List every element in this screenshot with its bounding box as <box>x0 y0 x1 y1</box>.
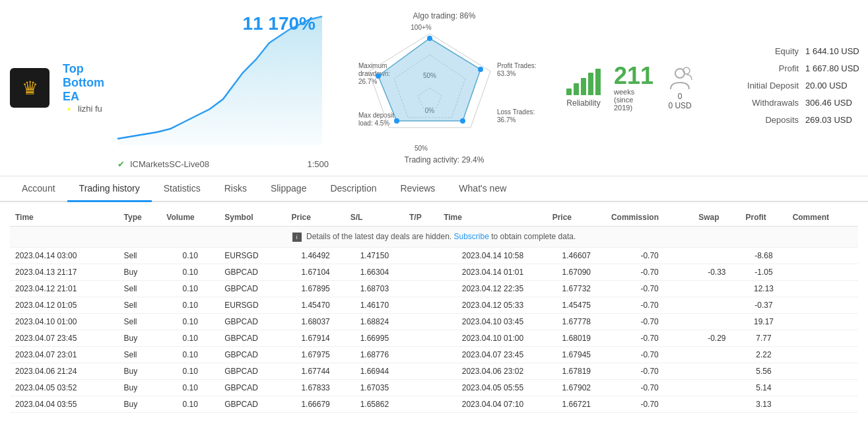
col-profit: Profit <box>740 209 787 227</box>
cell-price2: 1.46607 <box>547 247 606 264</box>
cell-type: Sell <box>119 313 162 330</box>
tabs-bar: Account Trading history Statistics Risks… <box>0 176 868 202</box>
reliability-section: Reliability 211 weeks (since 2019) 0 0 U… <box>560 64 700 112</box>
tab-slippage[interactable]: Slippage <box>259 176 319 202</box>
trading-activity-label: Trading activity: 29.4% <box>405 155 484 164</box>
cell-sl: 1.46170 <box>345 297 404 313</box>
col-time2: Time <box>438 209 547 227</box>
cell-volume: 0.10 <box>161 363 219 379</box>
cell-profit: 19.17 <box>740 313 787 330</box>
tab-whats-new[interactable]: What's new <box>447 176 518 202</box>
info-icon: i <box>292 233 302 242</box>
cell-type: Sell <box>119 247 162 264</box>
cell-commission: -0.70 <box>606 346 693 363</box>
metric-initial: Initial Deposit 20.00 USD <box>719 79 868 91</box>
table-row: 2023.04.06 21:24 Buy 0.10 GBPCAD 1.67744… <box>10 363 858 379</box>
table-row: 2023.04.07 23:45 Buy 0.10 GBPCAD 1.67914… <box>10 330 858 346</box>
subscribe-link[interactable]: Subscribe <box>454 232 489 241</box>
cell-profit: -8.68 <box>740 247 787 264</box>
cell-volume: 0.10 <box>161 247 219 264</box>
tab-trading-history[interactable]: Trading history <box>67 176 152 202</box>
bar5 <box>595 69 601 95</box>
cell-time1: 2023.04.12 21:01 <box>10 280 119 297</box>
cell-tp <box>404 346 438 363</box>
metric-initial-label: Initial Deposit <box>719 81 799 91</box>
cell-comment <box>787 363 858 379</box>
svg-text:Max deposit: Max deposit <box>358 112 394 119</box>
chart-area: 11 170% ✔ ICMarketsSC-Live08 1:500 <box>117 7 329 169</box>
cell-time1: 2023.04.05 03:52 <box>10 379 119 396</box>
table-row: 2023.04.04 03:55 Buy 0.10 GBPCAD 1.66679… <box>10 396 858 412</box>
tab-statistics[interactable]: Statistics <box>152 176 213 202</box>
cell-price2: 1.67945 <box>547 346 606 363</box>
cell-time1: 2023.04.13 21:17 <box>10 264 119 280</box>
cell-price1: 1.67833 <box>286 379 345 396</box>
cell-sl: 1.47150 <box>345 247 404 264</box>
cell-type: Buy <box>119 330 162 346</box>
cell-price1: 1.67744 <box>286 363 345 379</box>
bar2 <box>574 83 579 95</box>
weeks-box: 211 weeks (since 2019) <box>614 64 653 112</box>
cell-swap <box>693 346 740 363</box>
cell-swap <box>693 297 740 313</box>
brand-name: Top Bottom EA <box>63 62 104 104</box>
col-type: Type <box>119 209 162 227</box>
metric-profit: Profit 1 667.80 USD <box>719 62 868 74</box>
cell-sl: 1.66944 <box>345 363 404 379</box>
cell-sl: 1.68776 <box>345 346 404 363</box>
table-row: 2023.04.13 21:17 Buy 0.10 GBPCAD 1.67104… <box>10 264 858 280</box>
cell-tp <box>404 280 438 297</box>
table-row: 2023.04.05 03:52 Buy 0.10 GBPCAD 1.67833… <box>10 379 858 396</box>
tab-account[interactable]: Account <box>10 176 67 202</box>
cell-time2: 2023.04.06 23:02 <box>438 363 547 379</box>
weeks-label: weeks (since 2019) <box>614 88 653 112</box>
tab-reviews[interactable]: Reviews <box>388 176 447 202</box>
cell-commission: -0.70 <box>606 297 693 313</box>
cell-profit: 2.22 <box>740 346 787 363</box>
cell-sl: 1.68824 <box>345 313 404 330</box>
cell-volume: 0.10 <box>161 379 219 396</box>
cell-swap <box>693 280 740 297</box>
svg-marker-16 <box>378 38 481 121</box>
cell-time1: 2023.04.07 23:01 <box>10 346 119 363</box>
cell-volume: 0.10 <box>161 330 219 346</box>
svg-point-19 <box>460 118 465 124</box>
trades-table: Time Type Volume Symbol Price S/L T/P Ti… <box>10 209 858 413</box>
broker-name: ICMarketsSC-Live08 <box>130 159 209 169</box>
cell-sl: 1.66995 <box>345 330 404 346</box>
bar4 <box>588 73 593 95</box>
metric-equity-value: 1 644.10 USD <box>805 46 868 56</box>
brand-info: Top Bottom EA lizhi fu <box>63 62 104 114</box>
cell-time1: 2023.04.12 01:05 <box>10 297 119 313</box>
cell-tp <box>404 313 438 330</box>
cell-swap <box>693 396 740 412</box>
svg-text:Profit Trades:: Profit Trades: <box>497 62 536 69</box>
cell-price1: 1.66679 <box>286 396 345 412</box>
flag-vietnam-icon <box>63 105 75 113</box>
tab-risks[interactable]: Risks <box>213 176 259 202</box>
cell-type: Buy <box>119 363 162 379</box>
cell-symbol: EURSGD <box>219 297 286 313</box>
svg-point-17 <box>427 36 432 41</box>
cell-price2: 1.67902 <box>547 379 606 396</box>
cell-price1: 1.67975 <box>286 346 345 363</box>
cell-comment <box>787 264 858 280</box>
col-commission: Commission <box>606 209 693 227</box>
metric-withdrawals-label: Withdrawals <box>719 98 799 108</box>
cell-symbol: EURSGD <box>219 247 286 264</box>
notice-suffix: to obtain complete data. <box>491 232 576 241</box>
col-price2: Price <box>547 209 606 227</box>
cell-price1: 1.67914 <box>286 330 345 346</box>
cell-price1: 1.68037 <box>286 313 345 330</box>
cell-symbol: GBPCAD <box>219 330 286 346</box>
cell-commission: -0.70 <box>606 363 693 379</box>
metric-equity: Equity 1 644.10 USD <box>719 45 868 57</box>
cell-symbol: GBPCAD <box>219 346 286 363</box>
table-row: 2023.04.10 01:00 Sell 0.10 GBPCAD 1.6803… <box>10 313 858 330</box>
cell-comment <box>787 280 858 297</box>
metric-withdrawals: Withdrawals 306.46 USD <box>719 96 868 108</box>
tab-description[interactable]: Description <box>318 176 388 202</box>
cell-symbol: GBPCAD <box>219 379 286 396</box>
svg-point-21 <box>376 73 381 79</box>
radar-chart: 100+% Profit Trades: 63.3% Loss Trades: … <box>352 22 537 154</box>
